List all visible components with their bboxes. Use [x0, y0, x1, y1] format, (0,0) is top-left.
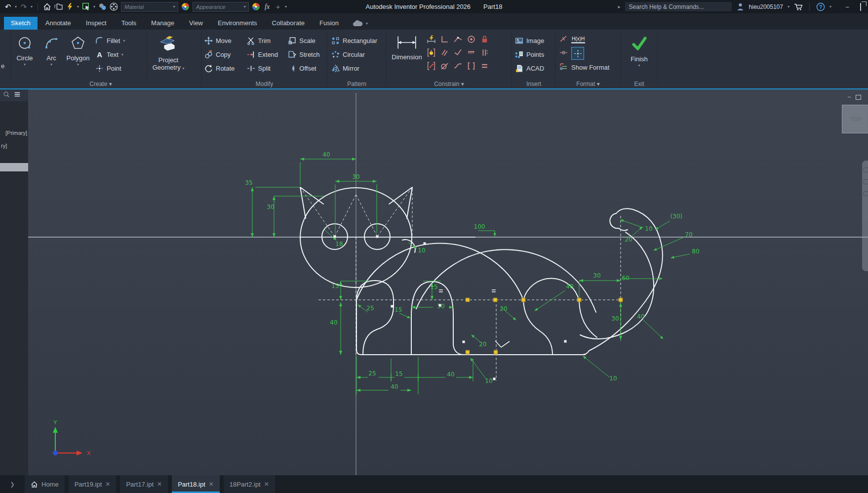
dimension-value[interactable]: 35	[245, 179, 252, 186]
move-button[interactable]: Move	[204, 34, 245, 47]
sketch-point[interactable]	[493, 378, 496, 380]
concentric-constraint-icon[interactable]	[467, 35, 476, 46]
split-button[interactable]: Split	[247, 61, 286, 75]
help-caret-icon[interactable]: ▾	[829, 4, 831, 9]
points-button[interactable]: Points	[515, 47, 544, 61]
symmetric-constraint-icon[interactable]	[467, 61, 476, 73]
sketch-point[interactable]	[391, 305, 394, 308]
text-button[interactable]: Text▾	[95, 47, 147, 61]
dimension-value[interactable]: 10	[418, 247, 425, 254]
cart-icon[interactable]	[794, 2, 803, 11]
doc-minimize-icon[interactable]: –	[848, 93, 851, 100]
material-wheel-icon[interactable]	[181, 2, 190, 11]
select-caret-icon[interactable]: ▾	[93, 4, 95, 9]
undo-icon[interactable]: ↶	[4, 2, 12, 11]
mirror-button[interactable]: Mirror	[331, 61, 377, 75]
copy-button[interactable]: Copy	[204, 47, 245, 61]
browser-search-icon[interactable]	[3, 91, 10, 100]
dimension-value[interactable]: 70	[685, 231, 692, 238]
lightning-caret-icon[interactable]: ▾	[77, 4, 79, 9]
browser-item-primary-2[interactable]: ry]	[1, 143, 7, 149]
image-button[interactable]: Image	[515, 34, 544, 47]
auto-dimension-constraint-icon[interactable]	[427, 35, 436, 46]
scale-button[interactable]: Scale	[288, 34, 326, 47]
sketch-point[interactable]	[439, 304, 441, 307]
dimension-value[interactable]: 15	[331, 283, 339, 289]
panel-label-create[interactable]: Create ▾	[0, 81, 201, 87]
dimension-value[interactable]: 40	[391, 383, 398, 390]
arc-button[interactable]: Arc▾	[38, 31, 65, 67]
tab-manage[interactable]: Manage	[144, 17, 181, 30]
search-expand-icon[interactable]: ▸	[618, 4, 621, 9]
construction-line-icon[interactable]	[559, 35, 568, 45]
add-icon[interactable]: +	[274, 2, 282, 11]
coincident-marker[interactable]	[494, 350, 498, 354]
doc-tab-part18-ipt[interactable]: Part18.ipt✕	[172, 475, 220, 493]
polygon-button[interactable]: Polygon▾	[65, 31, 91, 67]
perpendicular-constraint-icon[interactable]	[440, 35, 449, 46]
doc-tab-home[interactable]: Home	[25, 475, 65, 493]
tangent-constraint-icon[interactable]	[440, 61, 449, 73]
sketch-point[interactable]	[334, 236, 336, 238]
trim-button[interactable]: Trim	[247, 34, 286, 47]
username-label[interactable]: hieu2005107	[749, 3, 783, 10]
rotate-button[interactable]: Rotate	[204, 61, 245, 75]
centerpoint-button[interactable]	[571, 47, 584, 60]
parameters-fx-icon[interactable]: fx	[263, 2, 271, 11]
dimension-value[interactable]: 15	[395, 306, 402, 313]
panel-label-exit[interactable]: Exit	[621, 81, 658, 87]
browser-selected-row[interactable]	[0, 163, 28, 171]
user-caret-icon[interactable]: ▾	[788, 4, 789, 9]
coincident-marker[interactable]	[466, 350, 470, 354]
dimension-value[interactable]: 30	[267, 204, 274, 210]
fillet-button[interactable]: Fillet▾	[95, 34, 147, 47]
stretch-button[interactable]: Stretch	[288, 47, 326, 61]
lock-constraint-icon[interactable]	[480, 35, 489, 46]
point-button[interactable]: Point	[95, 61, 147, 75]
close-tab-icon[interactable]: ✕	[157, 481, 162, 488]
driven-dimension-button[interactable]: H(x)H	[571, 36, 585, 43]
sketch-point[interactable]	[564, 340, 567, 343]
dimension-value[interactable]: 60	[622, 275, 629, 282]
undo-caret-icon[interactable]: ▾	[15, 4, 17, 9]
dimension-value[interactable]: 30	[352, 173, 359, 180]
acad-button[interactable]: ACAD	[515, 61, 544, 75]
panel-label-pattern[interactable]: Pattern	[327, 81, 386, 87]
circular-button[interactable]: Circular	[331, 47, 377, 61]
doc-tab-part19-ipt[interactable]: Part19.ipt✕	[69, 475, 117, 493]
dimension-value[interactable]: 40	[637, 313, 644, 320]
user-avatar-icon[interactable]	[736, 2, 745, 11]
parallel-constraint-icon[interactable]	[440, 48, 449, 59]
constraint-settings-constraint-icon[interactable]	[427, 61, 436, 73]
minimize-button[interactable]: –	[843, 3, 852, 10]
appearance-dropdown[interactable]: Appearance▾	[193, 2, 249, 12]
close-tab-icon[interactable]: ✕	[264, 481, 269, 488]
show-constraints-constraint-icon[interactable]	[427, 48, 436, 59]
centerline-icon[interactable]	[559, 48, 568, 59]
tab-fusion[interactable]: Fusion	[313, 17, 346, 30]
sketch-point[interactable]	[376, 236, 379, 238]
dimension-value[interactable]: 25	[366, 305, 374, 312]
redo-caret-icon[interactable]: ▾	[31, 4, 33, 9]
dimension-value[interactable]: 25	[368, 370, 376, 377]
panel-label-format[interactable]: Format ▾	[555, 81, 621, 87]
restore-button[interactable]	[856, 3, 865, 10]
coincident-marker[interactable]	[577, 298, 581, 302]
dimension-value[interactable]: 10	[645, 225, 652, 232]
collinear-constraint-icon[interactable]	[453, 48, 463, 59]
dimension-value[interactable]: 80	[692, 248, 699, 255]
nav-tool-icon[interactable]	[864, 191, 868, 196]
browser-item-primary[interactable]: [Primary]	[5, 130, 27, 136]
coincident-marker[interactable]	[619, 298, 623, 302]
dimension-value[interactable]: 20	[500, 305, 507, 312]
ilogic-lightning-icon[interactable]	[66, 2, 74, 11]
dimension-value[interactable]: 10	[609, 375, 617, 382]
smooth-constraint-icon[interactable]	[453, 61, 463, 73]
dimension-value[interactable]: 40	[447, 371, 454, 378]
show-format-label[interactable]: Show Format	[571, 64, 609, 71]
line-tool-clipped[interactable]: e	[0, 31, 11, 79]
home-icon[interactable]	[43, 2, 51, 11]
tab-view[interactable]: View	[182, 17, 210, 30]
appearance-wheel-icon[interactable]	[252, 2, 260, 11]
close-tab-icon[interactable]: ✕	[105, 481, 110, 488]
